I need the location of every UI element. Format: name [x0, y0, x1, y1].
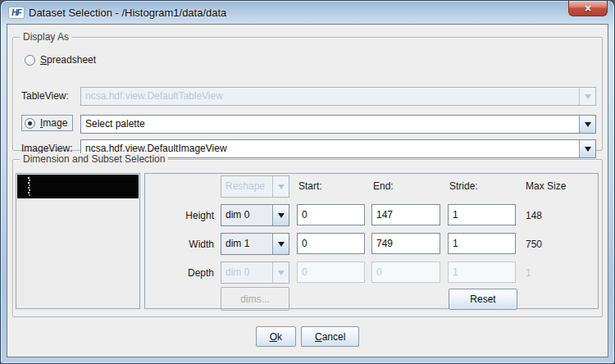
- width-label: Width: [162, 239, 214, 250]
- dims-button: dims...: [221, 287, 289, 311]
- dimension-group-title: Dimension and Subset Selection: [20, 153, 168, 165]
- hdf-logo-icon: HF: [8, 7, 25, 19]
- height-dim-combo[interactable]: dim 0: [221, 204, 289, 226]
- width-max-size: 750: [526, 239, 542, 250]
- height-dim-value: dim 0: [221, 205, 272, 225]
- chevron-down-icon[interactable]: [579, 116, 595, 133]
- image-radio[interactable]: Image: [21, 115, 73, 131]
- close-icon: ✕: [584, 3, 591, 13]
- end-header: End:: [373, 180, 394, 192]
- imageview-label: ImageView:: [21, 143, 72, 154]
- subset-controls-panel: Reshape Start: End: Stride: Max Size Hei…: [144, 173, 599, 309]
- depth-dim-value: dim 0: [221, 262, 272, 283]
- image-radio-label: Image: [40, 117, 67, 129]
- dataset-preview-panel: [16, 173, 140, 309]
- height-end-input[interactable]: [371, 204, 440, 225]
- depth-stride-input: [448, 262, 516, 283]
- radio-selected-icon: [25, 118, 35, 129]
- chevron-down-icon[interactable]: [272, 205, 289, 225]
- chevron-down-icon[interactable]: [272, 234, 289, 254]
- height-label: Height: [162, 210, 214, 221]
- depth-label: Depth: [162, 267, 214, 279]
- palette-combo[interactable]: Select palette: [80, 115, 596, 134]
- chevron-down-icon[interactable]: [579, 140, 595, 157]
- spreadsheet-radio-label: Spreadsheet: [40, 54, 96, 66]
- cancel-button-label: Cancel: [315, 331, 345, 343]
- palette-combo-value: Select palette: [81, 116, 579, 133]
- width-dim-value: dim 1: [221, 234, 272, 254]
- width-dim-combo[interactable]: dim 1: [221, 233, 289, 255]
- close-button[interactable]: ✕: [568, 1, 608, 16]
- start-header: Start:: [298, 180, 322, 192]
- chevron-down-icon: [272, 176, 289, 197]
- tableview-combo-value: ncsa.hdf.view.DefaultTableView: [81, 88, 579, 105]
- chevron-down-icon: [272, 262, 289, 283]
- spreadsheet-radio[interactable]: Spreadsheet: [25, 54, 96, 66]
- depth-dim-combo: dim 0: [221, 262, 289, 284]
- footer-button-bar: Ok Cancel: [7, 326, 608, 348]
- ok-button-label: Ok: [270, 331, 282, 343]
- title-bar[interactable]: HF Dataset Selection - /Histogram1/data/…: [1, 1, 614, 24]
- height-max-size: 148: [526, 210, 542, 221]
- display-as-group: Display As Spreadsheet TableView: ncsa.h…: [12, 37, 603, 151]
- reshape-combo-value: Reshape: [221, 176, 272, 197]
- width-stride-input[interactable]: [448, 233, 516, 254]
- dataset-preview-image: [17, 175, 139, 198]
- ok-button[interactable]: Ok: [256, 326, 296, 347]
- height-stride-input[interactable]: [448, 204, 516, 225]
- reset-button[interactable]: Reset: [449, 289, 517, 310]
- radio-icon: [25, 55, 35, 66]
- display-as-group-title: Display As: [20, 31, 72, 43]
- cancel-button[interactable]: Cancel: [301, 326, 359, 347]
- width-end-input[interactable]: [371, 233, 440, 254]
- reshape-combo: Reshape: [221, 175, 289, 198]
- max-size-header: Max Size: [526, 180, 566, 192]
- stride-header: Stride:: [449, 180, 478, 192]
- window-title: Dataset Selection - /Histogram1/data/dat…: [29, 1, 226, 24]
- tableview-label: TableView:: [21, 90, 69, 102]
- preview-speckles: [28, 177, 30, 179]
- height-start-input[interactable]: [297, 204, 365, 225]
- depth-max-size: 1: [526, 267, 531, 279]
- depth-start-input: [297, 262, 365, 283]
- dialog-window: HF Dataset Selection - /Histogram1/data/…: [0, 0, 615, 364]
- width-start-input[interactable]: [297, 233, 365, 254]
- depth-end-input: [371, 262, 440, 283]
- tableview-combo: ncsa.hdf.view.DefaultTableView: [80, 87, 596, 106]
- dialog-client-area: Display As Spreadsheet TableView: ncsa.h…: [7, 24, 608, 357]
- chevron-down-icon: [579, 88, 595, 105]
